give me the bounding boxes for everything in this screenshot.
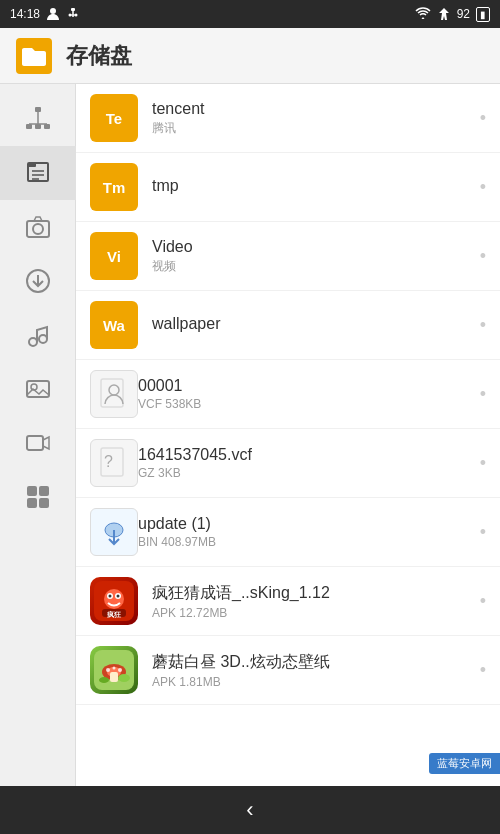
folder-thumb-te: Te [90,94,138,142]
file-info: update (1) BIN 408.97MB [138,515,472,549]
list-item[interactable]: 疯狂 疯狂猜成语_..sKing_1.12 APK 12.72MB • [76,567,500,636]
list-item[interactable]: Te tencent 腾讯 • [76,84,500,153]
folder-thumb-tm: Tm [90,163,138,211]
svg-rect-30 [39,498,49,508]
file-meta: APK 12.72MB [152,606,472,620]
more-icon[interactable]: • [472,315,486,336]
photos-icon [25,376,51,402]
svg-point-49 [106,668,110,672]
more-icon[interactable]: • [472,591,486,612]
file-name: tencent [152,100,472,118]
list-item[interactable]: 00001 VCF 538KB • [76,360,500,429]
vcf-file-icon [90,370,138,418]
file-name: 00001 [138,377,472,395]
back-button[interactable]: ‹ [226,797,273,823]
svg-rect-23 [27,381,49,397]
file-meta: 视频 [152,258,472,275]
video-icon [25,430,51,456]
list-item[interactable]: Vi Video 视频 • [76,222,500,291]
battery-box: ▮ [476,7,490,22]
status-time: 14:18 [10,7,40,21]
sidebar [0,84,76,786]
list-item[interactable]: 蘑菇白昼 3D..炫动态壁纸 APK 1.81MB • [76,636,500,705]
file-name: 蘑菇白昼 3D..炫动态壁纸 [152,652,472,673]
more-icon[interactable]: • [472,177,486,198]
folder-thumb-vi: Vi [90,232,138,280]
file-info: 蘑菇白昼 3D..炫动态壁纸 APK 1.81MB [152,652,472,689]
person-icon [46,7,60,21]
file-info: wallpaper [152,315,472,335]
more-icon[interactable]: • [472,453,486,474]
svg-rect-27 [27,486,37,496]
sidebar-item-photos[interactable] [0,362,76,416]
svg-point-18 [33,224,43,234]
sidebar-item-video[interactable] [0,416,76,470]
apps-icon [25,484,51,510]
svg-point-41 [109,595,112,598]
status-left: 14:18 [10,7,80,21]
file-list: Te tencent 腾讯 • Tm tmp • Vi Video 视频 • [76,84,500,786]
file-info: tencent 腾讯 [152,100,472,137]
more-icon[interactable]: • [472,246,486,267]
wifi-icon [415,7,431,21]
svg-point-21 [29,338,37,346]
files-icon [25,160,51,186]
list-item[interactable]: update (1) BIN 408.97MB • [76,498,500,567]
svg-rect-6 [35,107,41,112]
svg-point-52 [118,674,130,682]
svg-point-53 [99,677,109,683]
music-icon [25,322,51,348]
folder-thumb-wa: Wa [90,301,138,349]
file-info: 00001 VCF 538KB [138,377,472,411]
file-name: wallpaper [152,315,472,333]
airplane-icon [437,7,451,21]
list-item[interactable]: ? 1641537045.vcf GZ 3KB • [76,429,500,498]
sidebar-item-download[interactable] [0,254,76,308]
file-meta: VCF 538KB [138,397,472,411]
file-meta: BIN 408.97MB [138,535,472,549]
update-file-icon [90,508,138,556]
file-meta: GZ 3KB [138,466,472,480]
file-info: tmp [152,177,472,197]
bottom-nav: ‹ [0,786,500,834]
header: 存储盘 [0,28,500,84]
file-info: 1641537045.vcf GZ 3KB [138,446,472,480]
svg-rect-48 [110,672,118,682]
more-icon[interactable]: • [472,384,486,405]
more-icon[interactable]: • [472,660,486,681]
sidebar-item-music[interactable] [0,308,76,362]
svg-rect-31 [101,379,123,407]
svg-point-22 [39,335,47,343]
svg-rect-28 [39,486,49,496]
list-item[interactable]: Tm tmp • [76,153,500,222]
svg-rect-1 [71,8,75,11]
svg-rect-29 [27,498,37,508]
file-name: 疯狂猜成语_..sKing_1.12 [152,583,472,604]
list-item[interactable]: Wa wallpaper • [76,291,500,360]
file-name: update (1) [138,515,472,533]
sidebar-item-apps[interactable] [0,470,76,524]
file-info: Video 视频 [152,238,472,275]
svg-rect-25 [27,436,43,450]
more-icon[interactable]: • [472,108,486,129]
watermark: 蓝莓安卓网 [429,753,500,774]
svg-text:?: ? [104,453,113,470]
sidebar-item-camera[interactable] [0,200,76,254]
apk2-icon [90,646,138,694]
svg-point-50 [118,668,122,672]
file-name: Video [152,238,472,256]
more-icon[interactable]: • [472,522,486,543]
camera-icon [25,214,51,240]
file-meta: 腾讯 [152,120,472,137]
sidebar-item-files[interactable] [0,146,76,200]
usb-icon [66,7,80,21]
file-meta: APK 1.81MB [152,675,472,689]
battery-level: 92 [457,7,470,21]
file-name: 1641537045.vcf [138,446,472,464]
sidebar-item-network[interactable] [0,92,76,146]
main-layout: Te tencent 腾讯 • Tm tmp • Vi Video 视频 • [0,84,500,786]
download-icon [25,268,51,294]
svg-point-42 [117,595,120,598]
file-name: tmp [152,177,472,195]
status-bar: 14:18 92 ▮ [0,0,500,28]
